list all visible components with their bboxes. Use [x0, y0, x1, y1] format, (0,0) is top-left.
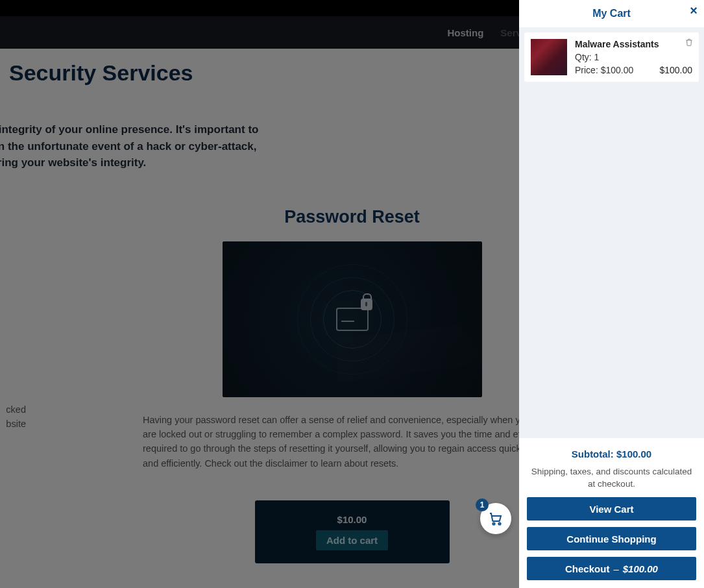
cart-item-thumbnail	[531, 39, 567, 75]
cart-icon	[488, 511, 504, 526]
cart-footer: Subtotal: $100.00 Shipping, taxes, and d…	[519, 438, 704, 588]
svg-point-0	[492, 522, 494, 524]
svg-point-1	[498, 522, 500, 524]
continue-shopping-button[interactable]: Continue Shopping	[527, 527, 696, 550]
checkout-label: Checkout	[565, 563, 609, 574]
checkout-button[interactable]: Checkout – $100.00	[527, 557, 696, 580]
cart-subtotal: Subtotal: $100.00	[527, 448, 696, 459]
cart-item-price: Price: $100.00	[575, 65, 633, 75]
close-icon[interactable]: ×	[690, 4, 698, 17]
cart-bubble-button[interactable]: 1	[480, 503, 511, 534]
cart-item-name: Malware Assistants	[575, 39, 692, 49]
checkout-amount: $100.00	[623, 563, 658, 574]
checkout-separator: –	[613, 563, 618, 574]
cart-item: Malware Assistants Qty: 1 Price: $100.00…	[524, 32, 699, 82]
cart-items: Malware Assistants Qty: 1 Price: $100.00…	[519, 27, 704, 87]
cart-title: My Cart	[592, 8, 631, 19]
cart-count-badge: 1	[476, 498, 489, 511]
view-cart-button[interactable]: View Cart	[527, 497, 696, 521]
cart-panel: My Cart × Malware Assistants Qty: 1 Pric…	[519, 0, 704, 588]
cart-item-line-total: $100.00	[659, 65, 692, 75]
cart-header: My Cart ×	[519, 0, 704, 27]
cart-item-qty: Qty: 1	[575, 52, 692, 62]
cart-note: Shipping, taxes, and discounts calculate…	[527, 466, 696, 491]
remove-item-button[interactable]	[685, 38, 694, 49]
trash-icon	[685, 38, 694, 47]
